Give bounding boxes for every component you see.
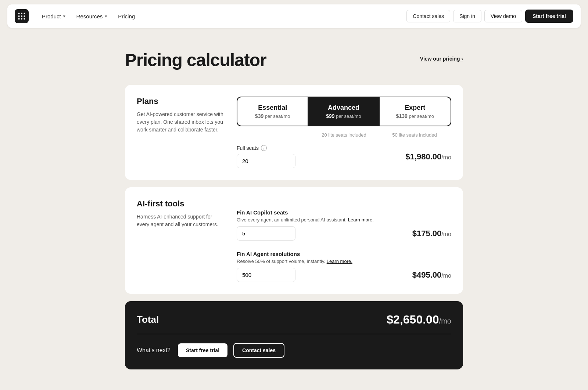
copilot-learn-more-link[interactable]: Learn more.	[348, 217, 374, 223]
whats-next-label: What's next?	[137, 347, 171, 354]
agent-resolutions-input[interactable]	[237, 268, 295, 282]
nav-right: Contact sales Sign in View demo Start fr…	[406, 10, 573, 23]
nav-resources[interactable]: Resources ▼	[72, 10, 112, 22]
contact-sales-button[interactable]: Contact sales	[233, 343, 284, 358]
ai-card-inner: AI-first tools Harness AI-enhanced suppo…	[137, 199, 451, 282]
agent-price: $495.00/mo	[412, 270, 451, 280]
total-price: $2,650.00/mo	[387, 313, 451, 326]
chevron-down-icon: ▼	[62, 14, 66, 18]
full-seats-row: Full seats i $1,980.00/mo	[237, 145, 451, 168]
plan-selector: Essential $39 per seat/mo Advanced $99 p…	[237, 97, 451, 126]
nav-links: Product ▼ Resources ▼ Pricing	[37, 10, 139, 22]
ai-description: Harness AI-enhanced support for every ag…	[137, 213, 225, 228]
total-label: Total	[137, 314, 159, 325]
plans-card-inner: Plans Get AI-powered customer service wi…	[137, 97, 451, 168]
svg-rect-2	[24, 13, 25, 14]
navbar: Product ▼ Resources ▼ Pricing Contact sa…	[7, 4, 581, 28]
fin-copilot-block: Fin AI Copilot seats Give every agent an…	[237, 209, 451, 241]
plans-card-left: Plans Get AI-powered customer service wi…	[137, 97, 225, 134]
start-free-trial-nav-button[interactable]: Start free trial	[525, 10, 573, 23]
sign-in-button[interactable]: Sign in	[453, 10, 481, 22]
contact-sales-nav-button[interactable]: Contact sales	[406, 10, 450, 22]
seats-left: Full seats i	[237, 145, 295, 168]
plans-description: Get AI-powered customer service with eve…	[137, 111, 225, 134]
nav-product[interactable]: Product ▼	[37, 10, 71, 22]
total-card: Total $2,650.00/mo What's next? Start fr…	[125, 301, 463, 369]
svg-rect-5	[24, 15, 25, 17]
full-seats-input[interactable]	[237, 154, 295, 168]
ai-card-left: AI-first tools Harness AI-enhanced suppo…	[137, 199, 225, 228]
ai-heading: AI-first tools	[137, 199, 225, 209]
agent-row: $495.00/mo	[237, 268, 451, 282]
copilot-price: $175.00/mo	[412, 229, 451, 238]
plan-advanced[interactable]: Advanced $99 per seat/mo	[308, 97, 379, 126]
copilot-desc: Give every agent an unlimited personal A…	[237, 217, 451, 223]
svg-rect-6	[18, 18, 20, 20]
lite-seats-expert: 50 lite seats included	[379, 132, 450, 138]
total-footer: What's next? Start free trial Contact sa…	[137, 343, 451, 358]
plans-heading: Plans	[137, 97, 225, 106]
plans-card: Plans Get AI-powered customer service wi…	[125, 85, 463, 180]
agent-learn-more-link[interactable]: Learn more.	[327, 259, 352, 264]
seats-label: Full seats i	[237, 145, 295, 151]
svg-rect-1	[21, 13, 22, 14]
fin-agent-block: Fin AI Agent resolutions Resolve 50% of …	[237, 251, 451, 282]
plan-essential[interactable]: Essential $39 per seat/mo	[237, 97, 308, 126]
plans-card-right: Essential $39 per seat/mo Advanced $99 p…	[237, 97, 451, 168]
total-header: Total $2,650.00/mo	[137, 313, 451, 326]
svg-rect-7	[21, 18, 22, 20]
agent-desc: Resolve 50% of support volume, instantly…	[237, 259, 451, 264]
lite-seats-row: 20 lite seats included 50 lite seats inc…	[237, 132, 451, 138]
copilot-title: Fin AI Copilot seats	[237, 209, 451, 216]
nav-left: Product ▼ Resources ▼ Pricing	[15, 9, 139, 23]
nav-pricing[interactable]: Pricing	[114, 10, 139, 22]
full-seats-price: $1,980.00/mo	[405, 152, 451, 162]
plan-expert[interactable]: Expert $139 per seat/mo	[380, 97, 451, 126]
lite-seats-advanced: 20 lite seats included	[309, 132, 379, 138]
main-content: Pricing calculator View our pricing › Pl…	[118, 32, 470, 390]
view-pricing-link[interactable]: View our pricing ›	[420, 56, 463, 62]
chevron-down-icon: ▼	[104, 14, 108, 18]
view-demo-button[interactable]: View demo	[484, 10, 522, 22]
svg-rect-4	[21, 15, 22, 17]
agent-title: Fin AI Agent resolutions	[237, 251, 451, 257]
ai-card-right: Fin AI Copilot seats Give every agent an…	[237, 209, 451, 282]
logo-icon[interactable]	[15, 9, 29, 23]
svg-rect-3	[18, 15, 20, 17]
copilot-row: $175.00/mo	[237, 226, 451, 241]
total-divider	[137, 334, 451, 334]
start-free-trial-button[interactable]: Start free trial	[178, 343, 227, 357]
page-title: Pricing calculator	[125, 50, 266, 70]
svg-rect-8	[24, 18, 25, 20]
svg-rect-0	[18, 13, 20, 14]
copilot-seats-input[interactable]	[237, 226, 295, 241]
ai-tools-card: AI-first tools Harness AI-enhanced suppo…	[125, 187, 463, 294]
info-icon[interactable]: i	[261, 145, 267, 151]
